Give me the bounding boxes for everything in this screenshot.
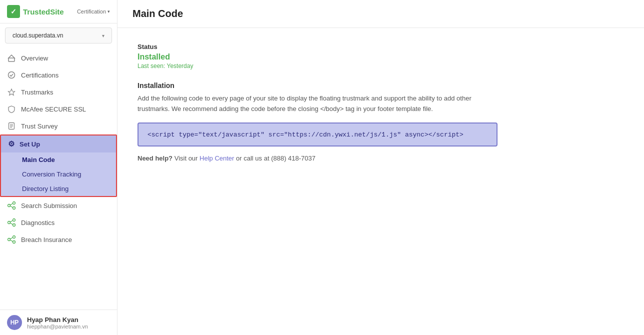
main-header: Main Code — [118, 0, 644, 28]
status-label: Status — [138, 43, 624, 50]
page-title: Main Code — [132, 8, 629, 20]
help-section: Need help? Visit our Help Center or call… — [138, 154, 624, 162]
last-seen: Last seen: Yesterday — [138, 62, 624, 70]
svg-line-21 — [10, 240, 13, 242]
avatar: HP — [7, 315, 22, 330]
installation-description: Add the following code to every page of … — [138, 94, 478, 114]
site-selector[interactable]: cloud.superdata.vn ▾ — [5, 28, 112, 44]
logo-icon: ✓ — [7, 5, 20, 18]
svg-point-7 — [8, 204, 10, 207]
help-center-link[interactable]: Help Center — [200, 154, 234, 162]
home-icon — [7, 54, 16, 62]
sidebar-item-certifications[interactable]: Certifications — [0, 66, 117, 84]
search-nodes-icon — [7, 201, 16, 210]
sidebar-item-mcafee[interactable]: McAfee SECURE SSL — [0, 100, 117, 118]
breach-icon — [7, 235, 16, 244]
sidebar: ✓ TrustedSite Certification ▾ cloud.supe… — [0, 0, 118, 335]
sidebar-item-search-submission[interactable]: Search Submission — [0, 197, 117, 214]
status-section: Status Installed Last seen: Yesterday — [138, 43, 624, 70]
code-snippet: <script type="text/javascript" src="http… — [148, 131, 464, 138]
svg-point-13 — [13, 219, 16, 222]
survey-icon — [7, 122, 16, 130]
installation-section: Installation Add the following code to e… — [138, 82, 624, 162]
sidebar-item-diagnostics[interactable]: Diagnostics — [0, 214, 117, 231]
svg-point-1 — [8, 72, 15, 78]
svg-marker-2 — [8, 89, 15, 96]
svg-point-17 — [8, 238, 10, 241]
code-block[interactable]: <script type="text/javascript" src="http… — [138, 122, 498, 146]
svg-point-19 — [13, 241, 16, 244]
chevron-down-icon: ▾ — [102, 33, 104, 38]
user-info: Hyap Phan Kyan hiepphan@pavietnam.vn — [27, 316, 88, 330]
sidebar-item-trustmarks[interactable]: Trustmarks — [0, 84, 117, 100]
site-selector-text: cloud.superdata.vn — [12, 32, 63, 39]
diag-icon — [7, 218, 16, 227]
sidebar-item-directory-listing[interactable]: Directory Listing — [1, 182, 116, 196]
setup-section-bg: ⚙ Set Up Main Code Conversion Tracking D… — [1, 136, 116, 196]
check-circle-icon — [7, 70, 16, 80]
sidebar-item-main-code[interactable]: Main Code — [1, 152, 116, 167]
gear-icon: ⚙ — [8, 140, 14, 148]
sidebar-header: ✓ TrustedSite Certification ▾ — [0, 0, 117, 24]
installation-title: Installation — [138, 82, 624, 90]
svg-line-15 — [10, 220, 13, 222]
sidebar-item-overview[interactable]: Overview — [0, 50, 117, 66]
svg-rect-0 — [8, 58, 14, 62]
logo-text: TrustedSite — [23, 8, 64, 16]
svg-point-14 — [13, 224, 16, 226]
shield-icon — [7, 104, 16, 114]
svg-point-18 — [13, 236, 16, 238]
star-icon — [7, 88, 16, 96]
svg-point-12 — [8, 222, 10, 224]
setup-header[interactable]: ⚙ Set Up — [1, 136, 116, 152]
svg-point-9 — [13, 207, 16, 210]
sidebar-footer: HP Hyap Phan Kyan hiepphan@pavietnam.vn — [0, 310, 117, 335]
svg-line-10 — [10, 204, 13, 205]
main-content-area: Main Code Status Installed Last seen: Ye… — [118, 0, 644, 335]
user-email: hiepphan@pavietnam.vn — [27, 324, 88, 330]
sidebar-item-conversion-tracking[interactable]: Conversion Tracking — [1, 167, 116, 182]
sidebar-item-trust-survey[interactable]: Trust Survey — [0, 118, 117, 134]
certification-badge[interactable]: Certification ▾ — [77, 8, 110, 14]
sidebar-logo: ✓ TrustedSite — [7, 5, 64, 18]
svg-line-16 — [10, 223, 13, 224]
svg-line-11 — [10, 206, 13, 208]
main-body: Status Installed Last seen: Yesterday In… — [118, 28, 644, 335]
svg-line-20 — [10, 238, 13, 239]
sidebar-nav: Overview Certifications Trustmarks McAfe… — [0, 48, 117, 310]
user-name: Hyap Phan Kyan — [27, 316, 88, 324]
svg-point-8 — [13, 202, 16, 204]
chevron-down-icon: ▾ — [108, 9, 110, 14]
sidebar-item-breach-insurance[interactable]: Breach Insurance — [0, 231, 117, 248]
setup-section: ⚙ Set Up Main Code Conversion Tracking D… — [0, 134, 117, 197]
status-value: Installed — [138, 52, 624, 62]
